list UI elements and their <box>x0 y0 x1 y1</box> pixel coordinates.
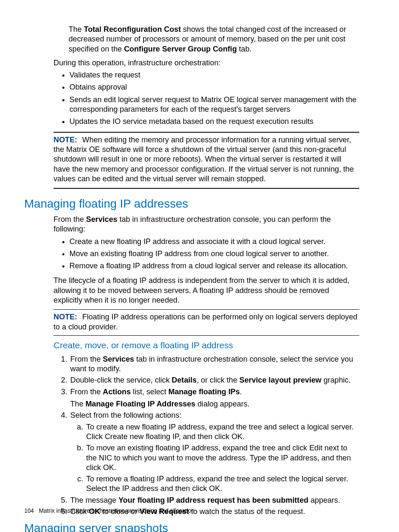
top-para-1: The Total Reconfiguration Cost shows the… <box>69 25 359 54</box>
list-item: Move an existing floating IP address fro… <box>69 249 359 259</box>
bold-text: Details <box>172 376 197 384</box>
section-heading-floating-ip: Managing floating IP addresses <box>24 196 359 211</box>
text: appears. <box>308 496 340 504</box>
bold-text: Configure Server Group Config <box>124 45 237 53</box>
top-bullets: Validates the request Obtains approval S… <box>54 70 359 126</box>
subsection-wrap: Create, move, or remove a floating IP ad… <box>54 340 359 517</box>
text: From the <box>70 388 103 396</box>
text: The <box>70 400 85 408</box>
bold-text: Actions <box>103 388 131 396</box>
footer-chapter: Matrix infrastructure orchestration prov… <box>39 508 194 514</box>
list-item: Remove a floating IP address from a clou… <box>69 261 359 271</box>
list-item: Create a new floating IP address and ass… <box>69 237 359 247</box>
bold-text: Services <box>103 355 134 363</box>
substep-c: To remove a floating IP address, expand … <box>85 474 359 494</box>
text: list, select <box>131 388 169 396</box>
list-item: Obtains approval <box>69 82 359 92</box>
page-number: 104 <box>24 508 34 514</box>
substep-a: To create a new floating IP address, exp… <box>85 422 359 442</box>
section-heading-snapshots: Managing server snapshots <box>24 521 359 532</box>
step-3-after: The Manage Floating IP Addresses dialog … <box>70 399 359 409</box>
text: From the <box>54 215 86 224</box>
text: From the <box>70 355 103 363</box>
page-footer: 104Matrix infrastructure orchestration p… <box>24 507 194 515</box>
text: Select from the following actions: <box>70 411 182 419</box>
text: . <box>240 388 242 396</box>
divider <box>54 335 359 336</box>
list-item: Sends an edit logical server request to … <box>69 95 359 115</box>
subsection-heading-create-move-remove: Create, move, or remove a floating IP ad… <box>54 340 359 351</box>
text: tab. <box>237 45 251 53</box>
list-item: Validates the request <box>69 70 359 80</box>
divider <box>54 132 359 133</box>
bold-text: Service layout preview <box>239 376 321 384</box>
step-2: Double-click the service, click Details,… <box>69 375 359 385</box>
note-label: NOTE: <box>54 313 77 321</box>
bold-text: Services <box>86 215 118 224</box>
step-4: Select from the following actions: To cr… <box>69 411 359 493</box>
text: The message <box>70 496 118 504</box>
note-label: NOTE: <box>54 136 77 144</box>
bold-text: Total Reconfiguration Cost <box>84 25 181 33</box>
sec1-intro: From the Services tab in infrastructure … <box>54 215 359 234</box>
divider <box>54 188 359 189</box>
text: to watch the status of the request. <box>189 507 305 516</box>
list-item: Updates the IO service metadata based on… <box>69 117 359 126</box>
top-para-2: During this operation, infrastructure or… <box>54 58 359 68</box>
note-block: NOTE:Floating IP address operations can … <box>54 312 359 332</box>
sec1-bullets: Create a new floating IP address and ass… <box>54 237 359 271</box>
text: The <box>69 25 84 33</box>
steps-list: From the Services tab in infrastructure … <box>54 355 359 517</box>
bold-text: Manage floating IPs <box>168 388 240 396</box>
note-text: When editing the memory and processor in… <box>54 136 354 183</box>
sec1-para-2: The lifecycle of a floating IP address i… <box>54 276 359 305</box>
note-block: NOTE:When editing the memory and process… <box>54 135 359 184</box>
step-3: From the Actions list, select Manage flo… <box>69 387 359 409</box>
note-text: Floating IP address operations can be pe… <box>54 313 357 331</box>
bold-text: Your floating IP address request has bee… <box>118 496 308 504</box>
step-1: From the Services tab in infrastructure … <box>69 355 359 374</box>
substep-b: To move an existing floating IP address,… <box>85 443 359 473</box>
bold-text: Manage Floating IP Addresses <box>85 400 195 408</box>
step-5: The message Your floating IP address req… <box>69 496 359 505</box>
substeps-list: To create a new floating IP address, exp… <box>70 422 359 494</box>
divider <box>54 309 359 310</box>
text: , or click the <box>197 376 239 384</box>
sec1-body: From the Services tab in infrastructure … <box>54 215 359 336</box>
text: graphic. <box>321 376 350 384</box>
text: dialog appears. <box>195 400 249 408</box>
text: Double-click the service, click <box>70 376 172 384</box>
top-block: The Total Reconfiguration Cost shows the… <box>54 25 359 189</box>
page: The Total Reconfiguration Cost shows the… <box>0 0 399 532</box>
